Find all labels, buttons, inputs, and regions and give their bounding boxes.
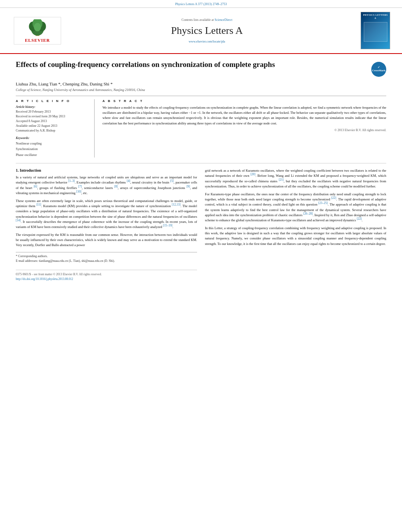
section1-para2: These systems are often extremely large …: [16, 198, 197, 230]
elsevier-logo: ELSEVIER: [14, 17, 61, 44]
sciencedirect-link[interactable]: ScienceDirect: [215, 18, 233, 22]
journal-title: Physics Letters A: [171, 25, 243, 37]
keyword-1: Nonlinear coupling: [16, 141, 88, 146]
paper-body: Effects of coupling-frequency correlatio…: [0, 54, 402, 290]
svg-point-5: [34, 23, 41, 32]
history-item-2: Received in revised form 20 May 2013: [16, 114, 88, 119]
section1-para1: In a variety of natural and artificial s…: [16, 175, 197, 196]
cover-title-text: PHYSICS LETTERS A: [363, 14, 388, 20]
content-right-column: grid network as a network of Kuramoto os…: [205, 168, 386, 282]
section1-title: 1. Introduction: [16, 168, 197, 172]
footnote-section: * Corresponding authors. E-mail addresse…: [16, 252, 197, 263]
abstract-column: A B S T R A C T We introduce a model to …: [102, 99, 386, 158]
history-item-5: Communicated by A.R. Bishop: [16, 128, 88, 133]
affiliation-line: College of Science, Nanjing University o…: [16, 88, 386, 92]
elsevier-tree-icon: [26, 19, 49, 37]
journal-header-center: Contents lists available at ScienceDirec…: [67, 12, 347, 49]
keyword-2: Synchronization: [16, 146, 88, 152]
paper-title-section: Effects of coupling-frequency correlatio…: [16, 60, 386, 78]
email-note: E-mail addresses: tianliang@nuaa.edu.cn …: [16, 259, 197, 263]
article-history-items: Received 20 February 2013 Received in re…: [16, 109, 88, 133]
cover-decoration: [364, 22, 387, 42]
corresponding-note: * Corresponding authors.: [16, 254, 197, 258]
section1-para3: The viewpoint expressed by the KM is rea…: [16, 232, 197, 248]
content-left-column: 1. Introduction In a variety of natural …: [16, 168, 197, 282]
keyword-3: Phase oscillator: [16, 152, 88, 158]
section1-right-para1: grid network as a network of Kuramoto os…: [205, 168, 386, 189]
article-info-header: A R T I C L E I N F O: [16, 99, 88, 103]
authors-line: Liuhua Zhu, Liang Tian *, Chenping Zhu, …: [16, 82, 386, 86]
journal-cover: PHYSICS LETTERS A: [361, 12, 390, 49]
elsevier-logo-container: ELSEVIER: [12, 12, 63, 49]
journal-cover-container: PHYSICS LETTERS A: [351, 12, 390, 49]
history-item-1: Received 20 February 2013: [16, 109, 88, 114]
article-info-abstract-section: A R T I C L E I N F O Article history: R…: [16, 96, 386, 158]
page: Physics Letters A 377 (2013) 2749–2753 E…: [0, 0, 402, 532]
article-history-label: Article history:: [16, 105, 88, 109]
journal-header: ELSEVIER Contents lists available at Sci…: [0, 8, 402, 54]
abstract-text: We introduce a model to study the effect…: [102, 105, 386, 126]
doi-line[interactable]: http://dx.doi.org/10.1016/j.physleta.201…: [16, 277, 197, 281]
page-footer: 0375-9601/$ – see front matter © 2013 El…: [16, 270, 197, 281]
crossmark-badge[interactable]: ✓ CrossMark: [371, 62, 386, 77]
keywords-label: Keywords:: [16, 136, 88, 140]
journal-url[interactable]: www.elsevier.com/locate/pla: [189, 40, 225, 43]
paper-title: Effects of coupling-frequency correlatio…: [16, 60, 365, 70]
journal-citation: Physics Letters A 377 (2013) 2749–2753: [175, 2, 227, 6]
history-item-4: Available online 22 August 2013: [16, 124, 88, 128]
section1-right-para2: For Kuramoto-type phase oscillators, the…: [205, 192, 386, 223]
section1-right-para3: In this Letter, a strategy of coupling-f…: [205, 226, 386, 247]
crossmark-label: ✓ CrossMark: [372, 66, 385, 72]
copyright-line: © 2013 Elsevier B.V. All rights reserved…: [102, 128, 386, 132]
keywords-list: Nonlinear coupling Synchronization Phase…: [16, 141, 88, 158]
history-item-3: Accepted 8 August 2013: [16, 119, 88, 124]
contents-available-text: Contents lists available at ScienceDirec…: [182, 18, 233, 22]
issn-line: 0375-9601/$ – see front matter © 2013 El…: [16, 272, 197, 276]
main-content: 1. Introduction In a variety of natural …: [16, 163, 386, 282]
article-info-column: A R T I C L E I N F O Article history: R…: [16, 99, 95, 158]
top-bar: Physics Letters A 377 (2013) 2749–2753: [0, 0, 402, 8]
abstract-header: A B S T R A C T: [102, 99, 386, 103]
elsevier-brand-text: ELSEVIER: [25, 38, 50, 43]
